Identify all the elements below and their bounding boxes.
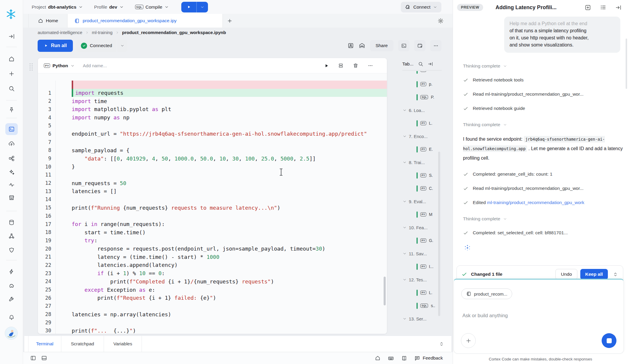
expand-panel-icon[interactable] — [439, 336, 444, 352]
sharing-nav-icon[interactable] — [5, 230, 18, 242]
bottom-tab-variables[interactable]: Variables — [104, 336, 142, 352]
toc-cell-item[interactable]: PYS. — [397, 169, 448, 182]
ai-ml-nav-icon[interactable] — [5, 166, 18, 178]
toc-section-item[interactable]: 10. Fea... — [397, 221, 448, 234]
code-line[interactable]: 29 — [38, 318, 387, 327]
more-options-button[interactable] — [430, 40, 441, 51]
statusbar-home-icon[interactable] — [375, 355, 381, 361]
toc-cell-item[interactable]: PYL. — [397, 117, 448, 130]
transformation-nav-icon[interactable] — [5, 153, 18, 164]
toc-search-icon[interactable] — [418, 61, 423, 67]
user-avatar[interactable] — [5, 327, 18, 340]
editor-scrollbar[interactable] — [384, 277, 386, 305]
expand-changes-icon[interactable] — [613, 272, 618, 277]
schedule-button[interactable] — [414, 40, 425, 51]
code-line[interactable]: 3import matplotlib.pyplot as plt — [38, 105, 387, 113]
attach-button[interactable] — [461, 333, 476, 348]
toc-scrollbar[interactable] — [438, 152, 440, 316]
collaborators-icon[interactable] — [347, 42, 354, 49]
code-line[interactable]: 9 "data": [[0, 401929, 4, 50, 1000.0, 50… — [38, 154, 387, 163]
toc-cell-item[interactable]: PY — [397, 71, 448, 78]
governance-nav-icon[interactable] — [5, 244, 18, 256]
keyboard-shortcuts-icon[interactable] — [388, 355, 394, 361]
code-line[interactable]: 21 latency = (time.time() - start) * 100… — [38, 253, 387, 261]
toc-cell-item[interactable]: SQLP. — [397, 91, 448, 104]
profile-selector[interactable]: Profile dev — [94, 4, 124, 10]
toc-section-item[interactable]: 8. Trai... — [397, 156, 448, 169]
toc-cell-item[interactable]: SQLs.. — [397, 299, 448, 312]
breadcrumb-item[interactable]: product_recommendation_gpu_workspace.ipy… — [122, 30, 226, 35]
toc-section-item[interactable]: 12. Tes... — [397, 273, 448, 286]
settings-gear-icon[interactable] — [438, 14, 444, 28]
breadcrumb-item[interactable]: automated-intelligence — [38, 30, 82, 35]
code-line[interactable]: 23 if (i + 1) % 10 == 0: — [38, 269, 387, 278]
code-line[interactable]: 20 response = requests.post(endpoint_url… — [38, 245, 387, 253]
thinking-toggle[interactable]: Thinking complete — [463, 63, 620, 69]
toc-section-item[interactable]: 11. Sav... — [397, 247, 448, 260]
code-line[interactable]: 22 latencies.append(latency) — [38, 261, 387, 269]
project-selector[interactable]: Project dbt-analytics — [32, 4, 83, 10]
feedback-button[interactable]: Feedback — [414, 355, 443, 361]
tab-home[interactable]: Home — [28, 14, 68, 28]
toc-cell-item[interactable]: PYL. — [397, 286, 448, 299]
marketplace-nav-icon[interactable] — [5, 192, 18, 203]
toc-cell-item[interactable]: PYp. — [397, 78, 448, 91]
toc-section-item[interactable]: 9. Eval... — [397, 195, 448, 208]
workspaces-nav-icon[interactable] — [5, 123, 18, 135]
code-line[interactable]: 15print(f"Running {num_requests} request… — [38, 203, 387, 212]
thinking-toggle[interactable]: Thinking complete — [463, 122, 620, 127]
composer-input[interactable]: Ask or build anything — [462, 313, 508, 318]
toggle-sidebar-icon[interactable] — [30, 355, 36, 361]
home-nav-icon[interactable] — [5, 53, 18, 65]
data-nav-icon[interactable] — [5, 217, 18, 228]
chat-history-icon[interactable] — [600, 4, 606, 11]
code-editor[interactable]: 1import requests2import time3import matp… — [38, 73, 387, 334]
code-line[interactable]: 8sample_payload = { — [38, 146, 387, 155]
code-line[interactable]: 16 — [38, 212, 387, 220]
monitoring-nav-icon[interactable] — [5, 179, 18, 191]
code-line[interactable]: 12num_requests = 50 — [38, 179, 387, 187]
code-line[interactable]: 24 print(f"Completed {i + 1}/{num_reques… — [38, 278, 387, 286]
partner-apps-icon[interactable] — [5, 280, 18, 291]
connection-options-button[interactable] — [117, 40, 127, 52]
cell-language-selector[interactable]: PY Python — [44, 63, 75, 68]
admin-tools-icon[interactable] — [5, 293, 18, 305]
docs-book-icon[interactable] — [401, 355, 407, 361]
pinned-icon[interactable] — [5, 104, 18, 116]
toggle-bottom-panel-icon[interactable] — [41, 355, 47, 361]
code-line[interactable]: 26 print(f"Request {i + 1} failed: {e}") — [38, 294, 387, 302]
split-cell-icon[interactable] — [338, 63, 344, 68]
run-cell-icon[interactable] — [324, 63, 329, 68]
toc-section-item[interactable]: 13. Ser... — [397, 312, 448, 325]
notifications-bell-icon[interactable] — [5, 312, 18, 323]
bottom-tab-terminal[interactable]: Terminal — [28, 336, 61, 352]
code-line[interactable]: 28latencies = np.array(latencies) — [38, 310, 387, 318]
run-options-button[interactable] — [197, 2, 208, 12]
code-line[interactable]: 11 — [38, 171, 387, 179]
code-line[interactable]: 10} — [38, 163, 387, 171]
code-line[interactable] — [38, 81, 387, 89]
stop-generation-button[interactable] — [602, 333, 616, 348]
thinking-toggle[interactable]: Thinking complete — [463, 216, 620, 222]
code-line[interactable]: 2import time — [38, 97, 387, 105]
connect-button[interactable]: Connect — [401, 2, 441, 12]
toc-cell-item[interactable]: PYG. — [397, 234, 448, 247]
toc-section-item[interactable]: 6. Loa... — [397, 104, 448, 117]
code-line[interactable]: 25 except Exception as e: — [38, 286, 387, 294]
chat-composer[interactable]: product_recom... Ask or build anything — [454, 279, 624, 354]
undo-button[interactable]: Undo — [555, 269, 577, 280]
code-line[interactable]: 7 — [38, 138, 387, 146]
breadcrumb-item[interactable]: ml-training — [92, 30, 113, 35]
create-new-icon[interactable] — [5, 68, 18, 80]
cell-drag-handle-icon[interactable] — [30, 63, 33, 71]
run-all-button[interactable]: Run all — [38, 40, 73, 52]
toc-cell-item[interactable]: PYM — [397, 208, 448, 221]
code-line[interactable]: 6endpoint_url = "https://jrb4q6aq-sfseno… — [38, 130, 387, 138]
code-line[interactable]: 4import numpy as np — [38, 113, 387, 122]
code-line[interactable]: 27 — [38, 302, 387, 310]
search-nav-icon[interactable] — [5, 83, 18, 94]
code-line[interactable]: 5 — [38, 121, 387, 130]
new-tab-button[interactable] — [223, 14, 236, 28]
collapse-rail-icon[interactable] — [5, 31, 18, 42]
compile-menu[interactable]: SQL Compile — [135, 4, 169, 10]
